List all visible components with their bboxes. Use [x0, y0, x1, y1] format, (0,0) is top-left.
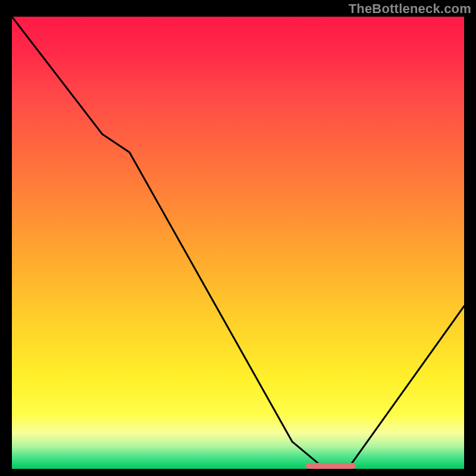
- bottleneck-curve: [12, 17, 464, 469]
- x-axis: [12, 469, 464, 475]
- y-axis: [6, 17, 12, 469]
- watermark-text: TheBottleneck.com: [349, 1, 471, 17]
- optimal-marker: [306, 463, 356, 469]
- plot-area: [12, 17, 464, 469]
